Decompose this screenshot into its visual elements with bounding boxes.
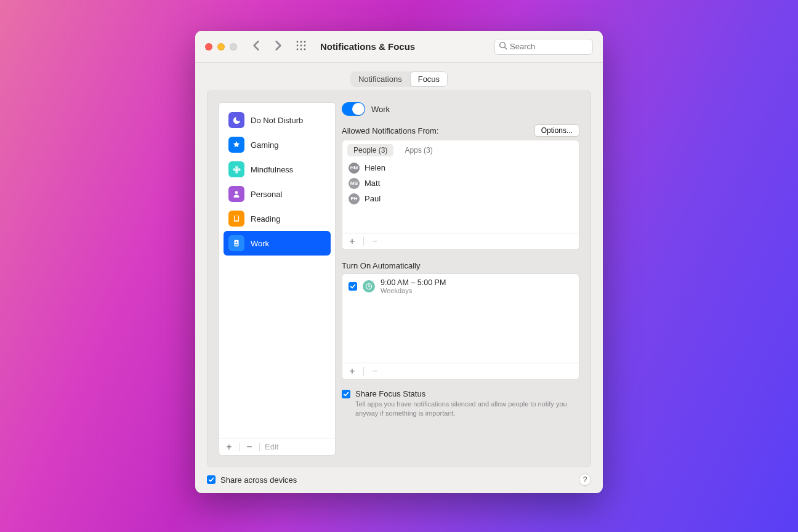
schedule-row[interactable]: 9:00 AM – 5:00 PM Weekdays — [349, 278, 573, 294]
window-title: Notifications & Focus — [320, 41, 415, 52]
add-schedule-button[interactable]: + — [347, 366, 357, 376]
search-icon — [499, 41, 507, 52]
content: Notifications Focus Do Not Disturb — [195, 63, 603, 493]
people-list: HM Helen MB Matt PH Paul — [342, 160, 579, 233]
book-icon — [228, 211, 244, 227]
remove-focus-button[interactable]: − — [244, 442, 254, 452]
search-field[interactable] — [494, 39, 593, 55]
schedule-checkbox[interactable] — [349, 282, 357, 291]
clock-icon — [363, 280, 375, 292]
svg-point-1 — [300, 41, 302, 42]
focus-list-footer: + − Edit — [219, 438, 335, 455]
share-status-description: Tell apps you have notifications silence… — [355, 400, 579, 418]
tab-focus[interactable]: Focus — [410, 71, 448, 87]
sidebar-item-work[interactable]: Work — [224, 231, 331, 256]
moon-icon — [228, 112, 244, 128]
person-row[interactable]: PH Paul — [349, 191, 573, 206]
svg-point-3 — [297, 44, 299, 46]
tab-people[interactable]: People (3) — [347, 144, 393, 156]
svg-rect-14 — [235, 216, 238, 220]
badge-icon — [228, 235, 244, 251]
svg-point-2 — [304, 41, 306, 42]
zoom-window-button[interactable] — [230, 43, 237, 50]
tab-apps[interactable]: Apps (3) — [398, 144, 438, 156]
sidebar-item-label: Reading — [251, 214, 280, 224]
detail-panel: Work Allowed Notifications From: Options… — [342, 102, 579, 456]
sidebar-item-personal[interactable]: Personal — [224, 182, 331, 206]
avatar: HM — [349, 163, 360, 174]
forward-button[interactable] — [274, 40, 283, 54]
share-focus-row: Share Focus Status Tell apps you have no… — [342, 389, 579, 418]
focus-enabled-toggle[interactable] — [342, 102, 365, 116]
focus-toggle-row: Work — [342, 102, 579, 116]
focus-list-box: Do Not Disturb Gaming Mind — [219, 102, 336, 456]
main-panel: Do Not Disturb Gaming Mind — [207, 91, 591, 467]
traffic-lights — [205, 43, 237, 50]
schedule-footer: + − — [342, 363, 579, 379]
add-focus-button[interactable]: + — [224, 442, 234, 452]
share-status-checkbox[interactable] — [342, 390, 350, 398]
schedule-box: 9:00 AM – 5:00 PM Weekdays + − — [342, 273, 579, 380]
schedule-list: 9:00 AM – 5:00 PM Weekdays — [342, 274, 579, 363]
remove-person-button[interactable]: − — [370, 236, 380, 246]
person-name: Helen — [365, 163, 385, 172]
person-icon — [228, 186, 244, 202]
focus-sidebar: Do Not Disturb Gaming Mind — [219, 102, 336, 456]
svg-point-5 — [304, 44, 306, 46]
auto-label: Turn On Automatically — [342, 261, 579, 270]
avatar: PH — [349, 193, 360, 204]
sidebar-item-mindfulness[interactable]: Mindfulness — [224, 157, 331, 182]
svg-point-7 — [300, 48, 302, 50]
people-footer: + − — [342, 233, 579, 249]
tab-notifications[interactable]: Notifications — [350, 71, 410, 87]
remove-schedule-button[interactable]: − — [370, 366, 380, 376]
search-input[interactable] — [510, 42, 589, 51]
allowed-label: Allowed Notifications From: — [342, 126, 439, 135]
allowed-tabs: People (3) Apps (3) — [342, 140, 579, 160]
schedule-text: 9:00 AM – 5:00 PM Weekdays — [381, 278, 446, 294]
sidebar-item-label: Personal — [251, 190, 282, 199]
minimize-window-button[interactable] — [217, 43, 225, 50]
svg-point-8 — [304, 48, 306, 50]
bottom-row: Share across devices ? — [207, 474, 591, 486]
sidebar-item-gaming[interactable]: Gaming — [224, 132, 331, 157]
back-button[interactable] — [252, 40, 260, 54]
mindfulness-icon — [228, 161, 244, 177]
share-status-title: Share Focus Status — [355, 389, 579, 398]
avatar: MB — [349, 178, 360, 189]
svg-point-12 — [235, 191, 238, 194]
person-row[interactable]: MB Matt — [349, 175, 573, 191]
options-button[interactable]: Options... — [534, 124, 579, 137]
segmented-control: Notifications Focus — [350, 71, 448, 87]
share-across-devices-checkbox[interactable] — [207, 475, 216, 484]
svg-point-16 — [236, 241, 238, 243]
sidebar-item-label: Do Not Disturb — [251, 116, 303, 125]
person-name: Paul — [365, 194, 381, 203]
share-across-devices-row: Share across devices — [207, 475, 297, 485]
edit-focus-button[interactable]: Edit — [265, 442, 278, 451]
help-button[interactable]: ? — [579, 474, 591, 486]
schedule-days: Weekdays — [381, 287, 446, 294]
allowed-header: Allowed Notifications From: Options... — [342, 124, 579, 137]
svg-point-0 — [297, 41, 299, 42]
sidebar-item-label: Gaming — [251, 140, 279, 150]
sidebar-item-reading[interactable]: Reading — [224, 206, 331, 231]
close-window-button[interactable] — [205, 43, 212, 50]
preferences-window: Notifications & Focus Notifications Focu… — [195, 31, 603, 493]
svg-point-9 — [500, 42, 506, 47]
toolbar: Notifications & Focus — [195, 31, 603, 63]
svg-line-10 — [505, 47, 507, 49]
person-name: Matt — [365, 179, 380, 188]
sidebar-item-do-not-disturb[interactable]: Do Not Disturb — [224, 108, 331, 132]
focus-name: Work — [371, 105, 390, 114]
person-row[interactable]: HM Helen — [349, 160, 573, 175]
sidebar-item-label: Work — [251, 239, 269, 248]
svg-rect-17 — [235, 244, 238, 246]
add-person-button[interactable]: + — [347, 236, 357, 246]
nav-arrows — [252, 40, 283, 54]
top-tabs: Notifications Focus — [207, 71, 591, 87]
schedule-time: 9:00 AM – 5:00 PM — [381, 278, 446, 287]
allowed-box: People (3) Apps (3) HM Helen MB Matt — [342, 140, 579, 250]
svg-point-6 — [297, 48, 299, 50]
apps-grid-icon[interactable] — [296, 41, 306, 53]
